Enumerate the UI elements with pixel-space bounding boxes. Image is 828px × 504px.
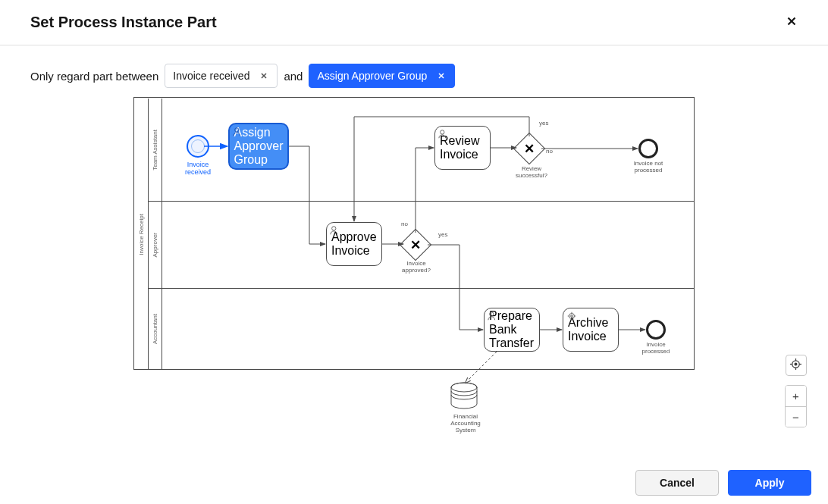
locate-button[interactable]	[786, 355, 807, 376]
filter-start-label: Invoice received	[173, 70, 249, 82]
crosshair-icon	[790, 358, 801, 372]
svg-point-16	[795, 363, 797, 365]
svg-point-3	[235, 128, 239, 132]
bpmn-end-event-not-processed[interactable]	[638, 139, 658, 158]
apply-button[interactable]: Apply	[728, 470, 811, 496]
svg-marker-2	[439, 73, 444, 78]
user-icon	[488, 311, 498, 321]
zoom-in-button[interactable]: +	[786, 386, 806, 406]
svg-point-8	[571, 315, 573, 318]
lane-label-approver: Approver	[149, 202, 162, 288]
diagram-container: Invoice Receipt Team Assistant Approver …	[0, 97, 828, 457]
bpmn-canvas[interactable]: Invoice Receipt Team Assistant Approver …	[133, 97, 695, 457]
bpmn-task-approve-invoice[interactable]: Approve Invoice	[326, 222, 382, 266]
cancel-button[interactable]: Cancel	[635, 470, 719, 496]
svg-point-7	[569, 314, 575, 319]
modal-header: Set Process Instance Part	[0, 0, 828, 45]
bpmn-label-no: no	[546, 148, 553, 155]
bpmn-task-prepare-transfer[interactable]: Prepare Bank Transfer	[484, 308, 540, 352]
bpmn-gateway-review-label: Review successful?	[516, 165, 547, 179]
filter-prefix: Only regard part between	[30, 70, 158, 83]
svg-marker-1	[262, 73, 267, 78]
bpmn-end-processed-label: Invoice processed	[634, 341, 678, 355]
bpmn-label-yes: yes	[539, 120, 548, 127]
pool-label: Invoice Receipt	[135, 99, 149, 370]
filter-end-label: Assign Approver Group	[317, 70, 427, 82]
user-icon	[438, 129, 449, 139]
minus-icon: −	[792, 411, 799, 424]
plus-icon: +	[792, 390, 799, 402]
modal-title: Set Process Instance Part	[30, 14, 217, 31]
bpmn-label-yes-2: yes	[438, 231, 447, 238]
filter-join: and	[284, 70, 303, 83]
filter-row: Only regard part between Invoice receive…	[0, 45, 828, 97]
lane-divider	[148, 288, 694, 289]
filter-end-tag[interactable]: Assign Approver Group	[309, 64, 455, 88]
svg-point-4	[441, 130, 444, 134]
filter-start-tag[interactable]: Invoice received	[165, 64, 278, 88]
zoom-out-button[interactable]: −	[786, 406, 806, 427]
bpmn-label-no-2: no	[401, 221, 408, 227]
close-icon[interactable]	[436, 70, 447, 81]
user-icon	[233, 127, 243, 137]
svg-marker-0	[788, 17, 796, 25]
close-icon[interactable]	[259, 70, 269, 81]
bpmn-start-event[interactable]: Invoice received	[180, 135, 215, 177]
bpmn-end-event-processed[interactable]	[646, 320, 666, 340]
lane-label-team-assistant: Team Assistant	[149, 99, 162, 201]
gear-icon	[566, 311, 577, 321]
svg-point-5	[332, 227, 336, 230]
bpmn-data-store[interactable]	[449, 381, 479, 412]
bpmn-data-store-label: Financial Accounting System	[444, 413, 488, 434]
user-icon	[330, 225, 340, 236]
bpmn-task-review-invoice[interactable]: Review Invoice	[434, 126, 491, 170]
modal-footer: Cancel Apply	[0, 462, 828, 504]
zoom-controls: + −	[785, 355, 807, 427]
bpmn-task-assign-approver[interactable]: Assign Approver Group	[228, 123, 289, 170]
bpmn-task-archive-invoice[interactable]: Archive Invoice	[563, 308, 619, 352]
close-icon	[785, 14, 798, 31]
svg-point-6	[490, 312, 494, 316]
zoom-group: + −	[785, 385, 807, 427]
bpmn-gateway-approved-label: Invoice approved?	[398, 260, 434, 274]
lane-divider	[148, 201, 694, 202]
close-button[interactable]	[783, 14, 801, 32]
lane-label-accountant: Accountant	[149, 289, 162, 370]
bpmn-end-not-processed-label: Invoice not processed	[628, 160, 669, 174]
